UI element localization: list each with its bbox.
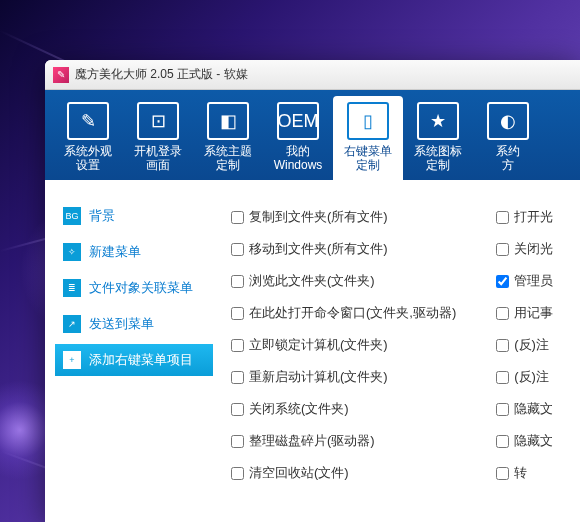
sidebar-label: 文件对象关联菜单: [89, 279, 193, 297]
checkbox-item[interactable]: 隐藏文: [496, 432, 553, 450]
checkbox-item[interactable]: 整理磁盘碎片(驱动器): [231, 432, 456, 450]
checkbox-label: 关闭系统(文件夹): [249, 400, 349, 418]
content-area: BG背景✧新建菜单≣文件对象关联菜单↗发送到菜单+添加右键菜单项目 复制到文件夹…: [45, 180, 580, 522]
checkbox-input[interactable]: [231, 467, 244, 480]
sidebar-label: 添加右键菜单项目: [89, 351, 193, 369]
checkbox-input[interactable]: [231, 403, 244, 416]
checkbox-input[interactable]: [496, 403, 509, 416]
checkbox-item[interactable]: 重新启动计算机(文件夹): [231, 368, 456, 386]
sidebar-icon: ≣: [63, 279, 81, 297]
window-title: 魔方美化大师 2.05 正式版 - 软媒: [75, 66, 248, 83]
checkbox-input[interactable]: [231, 339, 244, 352]
toolbar-icon: ✎: [67, 102, 109, 140]
sidebar-label: 新建菜单: [89, 243, 141, 261]
checkbox-item[interactable]: 管理员: [496, 272, 553, 290]
checkbox-item[interactable]: 打开光: [496, 208, 553, 226]
checkbox-input[interactable]: [231, 435, 244, 448]
sidebar-item-2[interactable]: ≣文件对象关联菜单: [55, 272, 213, 304]
toolbar-label: 右键菜单 定制: [344, 144, 392, 173]
checkbox-input[interactable]: [496, 435, 509, 448]
sidebar: BG背景✧新建菜单≣文件对象关联菜单↗发送到菜单+添加右键菜单项目: [45, 180, 213, 522]
checkbox-label: (反)注: [514, 368, 549, 386]
checkbox-input[interactable]: [496, 467, 509, 480]
checkbox-item[interactable]: 浏览此文件夹(文件夹): [231, 272, 456, 290]
checkbox-input[interactable]: [496, 243, 509, 256]
checkbox-item[interactable]: 转: [496, 464, 553, 482]
checkbox-input[interactable]: [231, 243, 244, 256]
toolbar-label: 系统主题 定制: [204, 144, 252, 173]
checkbox-label: 复制到文件夹(所有文件): [249, 208, 388, 226]
checkbox-label: 清空回收站(文件): [249, 464, 349, 482]
checkbox-input[interactable]: [496, 371, 509, 384]
toolbar-button-1[interactable]: ⊡开机登录 画面: [123, 96, 193, 180]
checkbox-label: 打开光: [514, 208, 553, 226]
checkbox-item[interactable]: (反)注: [496, 368, 553, 386]
sidebar-label: 背景: [89, 207, 115, 225]
toolbar-label: 系统外观 设置: [64, 144, 112, 173]
toolbar-icon: ⊡: [137, 102, 179, 140]
toolbar-label: 系统图标 定制: [414, 144, 462, 173]
checkbox-item[interactable]: 在此处打开命令窗口(文件夹,驱动器): [231, 304, 456, 322]
toolbar-icon: ◐: [487, 102, 529, 140]
toolbar-button-0[interactable]: ✎系统外观 设置: [53, 96, 123, 180]
toolbar-icon: ◧: [207, 102, 249, 140]
checkbox-input[interactable]: [231, 275, 244, 288]
checkbox-label: 隐藏文: [514, 400, 553, 418]
checkbox-item[interactable]: 隐藏文: [496, 400, 553, 418]
checkbox-input[interactable]: [496, 339, 509, 352]
toolbar-button-6[interactable]: ◐系约 方: [473, 96, 543, 180]
toolbar-icon: ★: [417, 102, 459, 140]
titlebar[interactable]: ✎ 魔方美化大师 2.05 正式版 - 软媒: [45, 60, 580, 90]
checkbox-column-2: 打开光关闭光管理员用记事(反)注(反)注隐藏文隐藏文转: [496, 208, 553, 522]
checkbox-label: 转: [514, 464, 527, 482]
main-panel: 复制到文件夹(所有文件)移动到文件夹(所有文件)浏览此文件夹(文件夹)在此处打开…: [213, 180, 580, 522]
sidebar-icon: ↗: [63, 315, 81, 333]
app-icon: ✎: [53, 67, 69, 83]
toolbar: ✎系统外观 设置⊡开机登录 画面◧系统主题 定制OEM我的 Windows▯右键…: [45, 90, 580, 180]
toolbar-label: 系约 方: [496, 144, 520, 173]
checkbox-label: 重新启动计算机(文件夹): [249, 368, 388, 386]
checkbox-input[interactable]: [496, 211, 509, 224]
sidebar-item-4[interactable]: +添加右键菜单项目: [55, 344, 213, 376]
checkbox-item[interactable]: 用记事: [496, 304, 553, 322]
checkbox-label: (反)注: [514, 336, 549, 354]
checkbox-label: 用记事: [514, 304, 553, 322]
sidebar-icon: +: [63, 351, 81, 369]
checkbox-item[interactable]: (反)注: [496, 336, 553, 354]
toolbar-button-5[interactable]: ★系统图标 定制: [403, 96, 473, 180]
checkbox-label: 立即锁定计算机(文件夹): [249, 336, 388, 354]
sidebar-icon: ✧: [63, 243, 81, 261]
checkbox-input[interactable]: [496, 275, 509, 288]
checkbox-label: 隐藏文: [514, 432, 553, 450]
toolbar-button-4[interactable]: ▯右键菜单 定制: [333, 96, 403, 180]
checkbox-item[interactable]: 清空回收站(文件): [231, 464, 456, 482]
checkbox-input[interactable]: [231, 211, 244, 224]
checkbox-label: 在此处打开命令窗口(文件夹,驱动器): [249, 304, 456, 322]
checkbox-input[interactable]: [496, 307, 509, 320]
checkbox-label: 关闭光: [514, 240, 553, 258]
sidebar-item-0[interactable]: BG背景: [55, 200, 213, 232]
toolbar-button-3[interactable]: OEM我的 Windows: [263, 96, 333, 180]
checkbox-label: 浏览此文件夹(文件夹): [249, 272, 375, 290]
checkbox-label: 移动到文件夹(所有文件): [249, 240, 388, 258]
checkbox-item[interactable]: 立即锁定计算机(文件夹): [231, 336, 456, 354]
checkbox-input[interactable]: [231, 307, 244, 320]
toolbar-label: 开机登录 画面: [134, 144, 182, 173]
checkbox-column-1: 复制到文件夹(所有文件)移动到文件夹(所有文件)浏览此文件夹(文件夹)在此处打开…: [231, 208, 456, 522]
checkbox-item[interactable]: 复制到文件夹(所有文件): [231, 208, 456, 226]
toolbar-icon: OEM: [277, 102, 319, 140]
checkbox-input[interactable]: [231, 371, 244, 384]
checkbox-label: 管理员: [514, 272, 553, 290]
toolbar-button-2[interactable]: ◧系统主题 定制: [193, 96, 263, 180]
sidebar-item-3[interactable]: ↗发送到菜单: [55, 308, 213, 340]
checkbox-item[interactable]: 关闭系统(文件夹): [231, 400, 456, 418]
toolbar-label: 我的 Windows: [274, 144, 323, 173]
toolbar-icon: ▯: [347, 102, 389, 140]
checkbox-label: 整理磁盘碎片(驱动器): [249, 432, 375, 450]
checkbox-item[interactable]: 移动到文件夹(所有文件): [231, 240, 456, 258]
checkbox-item[interactable]: 关闭光: [496, 240, 553, 258]
sidebar-icon: BG: [63, 207, 81, 225]
app-window: ✎ 魔方美化大师 2.05 正式版 - 软媒 ✎系统外观 设置⊡开机登录 画面◧…: [45, 60, 580, 522]
sidebar-label: 发送到菜单: [89, 315, 154, 333]
sidebar-item-1[interactable]: ✧新建菜单: [55, 236, 213, 268]
